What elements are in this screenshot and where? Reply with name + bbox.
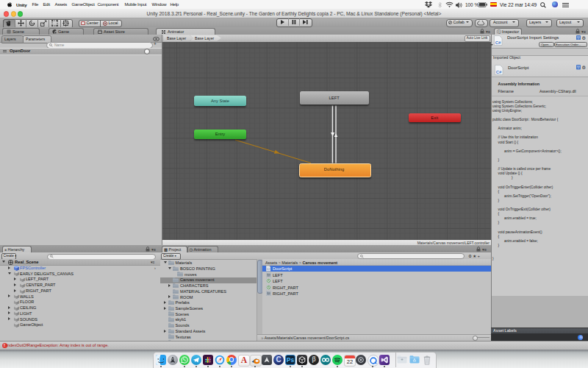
svg-text:C#: C#: [496, 69, 502, 74]
svg-text:C#: C#: [495, 40, 501, 44]
svg-text:C#: C#: [266, 268, 270, 271]
